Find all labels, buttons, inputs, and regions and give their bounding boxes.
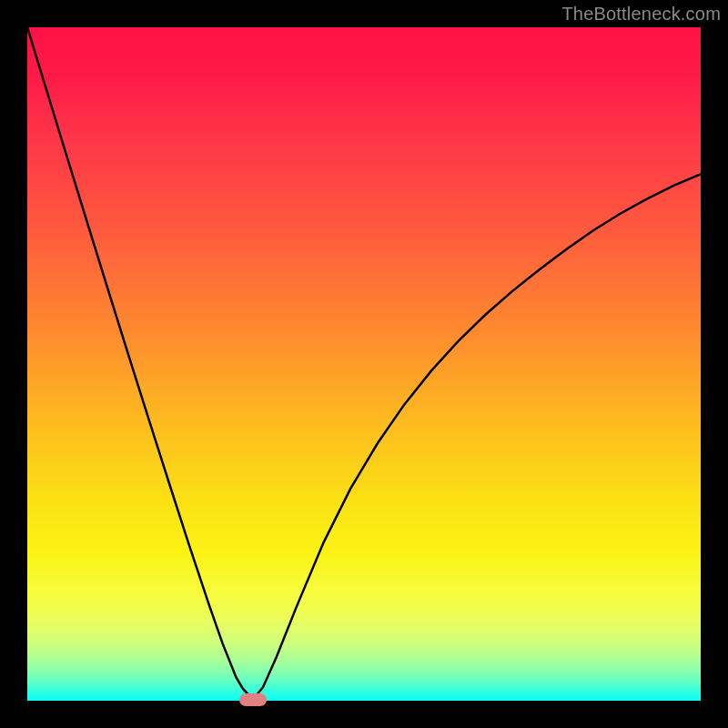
chart-container: TheBottleneck.com <box>0 0 728 728</box>
curve-svg <box>27 27 701 701</box>
bottleneck-curve <box>27 27 701 700</box>
optimum-marker <box>239 693 267 706</box>
plot-area <box>27 27 701 701</box>
watermark-text: TheBottleneck.com <box>561 4 721 25</box>
